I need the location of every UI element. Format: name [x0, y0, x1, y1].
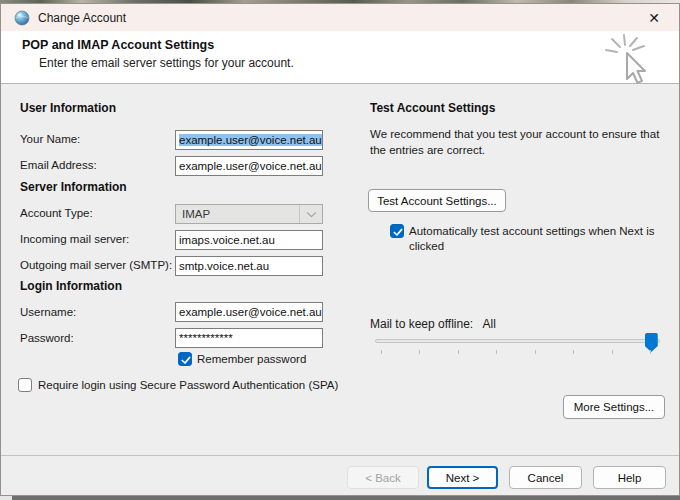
your-name-label: Your Name:	[20, 133, 80, 145]
your-name-input[interactable]: example.user@voice.net.au	[175, 130, 323, 150]
incoming-server-input[interactable]: imaps.voice.net.au	[175, 230, 323, 250]
auto-test-checkbox[interactable]	[390, 224, 404, 238]
mail-offline-label-text: Mail to keep offline:	[370, 317, 473, 331]
close-button[interactable]: ✕	[637, 5, 671, 30]
slider-tick	[650, 350, 651, 354]
outgoing-server-value: smtp.voice.net.au	[179, 260, 269, 272]
password-input[interactable]: ************	[175, 328, 323, 348]
username-value: example.user@voice.net.au	[179, 306, 322, 318]
app-globe-icon	[14, 10, 30, 26]
email-address-label: Email Address:	[20, 159, 97, 171]
email-address-value: example.user@voice.net.au	[179, 160, 322, 172]
mail-offline-label: Mail to keep offline: All	[370, 317, 496, 331]
user-information-heading: User Information	[20, 101, 116, 115]
test-account-heading: Test Account Settings	[370, 101, 495, 115]
incoming-server-label: Incoming mail server:	[20, 233, 129, 245]
window-title: Change Account	[38, 11, 126, 25]
help-button[interactable]: Help	[593, 466, 666, 489]
slider-tick	[496, 350, 497, 354]
next-button-label: Next >	[446, 472, 480, 484]
outgoing-server-label: Outgoing mail server (SMTP):	[20, 259, 172, 271]
username-label: Username:	[20, 306, 76, 318]
email-address-input[interactable]: example.user@voice.net.au	[175, 156, 323, 176]
page-title: POP and IMAP Account Settings	[22, 38, 214, 52]
login-information-heading: Login Information	[20, 279, 122, 293]
chevron-down-icon	[299, 205, 322, 223]
slider-tick	[419, 350, 420, 354]
check-icon	[392, 226, 404, 238]
cancel-button[interactable]: Cancel	[509, 466, 582, 489]
test-account-description: We recommend that you test your account …	[370, 127, 670, 158]
test-account-settings-button-label: Test Account Settings...	[377, 195, 497, 207]
offline-slider-thumb[interactable]	[645, 333, 658, 352]
check-icon	[180, 354, 192, 366]
more-settings-button[interactable]: More Settings...	[563, 395, 665, 419]
slider-track[interactable]	[375, 339, 660, 343]
mouse-click-cursor-icon	[603, 33, 671, 85]
back-button[interactable]: < Back	[347, 466, 419, 489]
more-settings-button-label: More Settings...	[574, 401, 655, 413]
remember-password-label[interactable]: Remember password	[197, 353, 306, 365]
your-name-value: example.user@voice.net.au	[179, 134, 322, 146]
spa-checkbox[interactable]	[18, 378, 32, 392]
account-type-label: Account Type:	[20, 207, 93, 219]
help-button-label: Help	[618, 472, 642, 484]
incoming-server-value: imaps.voice.net.au	[179, 234, 275, 246]
background-window-edge-bottom	[0, 496, 680, 500]
account-type-value: IMAP	[182, 208, 210, 220]
outgoing-server-input[interactable]: smtp.voice.net.au	[175, 256, 323, 276]
account-type-dropdown: IMAP	[175, 204, 323, 224]
spa-label[interactable]: Require login using Secure Password Auth…	[38, 379, 338, 391]
back-button-label: < Back	[365, 472, 400, 484]
mail-offline-slider[interactable]	[375, 333, 660, 355]
footer-button-bar: < Back Next > Cancel Help	[1, 455, 679, 496]
test-account-settings-button[interactable]: Test Account Settings...	[368, 189, 506, 212]
remember-password-checkbox[interactable]	[178, 352, 192, 366]
wizard-header: POP and IMAP Account Settings Enter the …	[1, 31, 679, 84]
slider-tick	[612, 350, 613, 354]
change-account-dialog: Change Account ✕ POP and IMAP Account Se…	[0, 0, 680, 500]
cancel-button-label: Cancel	[528, 472, 564, 484]
title-bar: Change Account ✕	[1, 3, 679, 31]
auto-test-label[interactable]: Automatically test account settings when…	[409, 224, 661, 254]
password-label: Password:	[20, 332, 74, 344]
slider-tick	[381, 350, 382, 354]
slider-tick	[535, 350, 536, 354]
server-information-heading: Server Information	[20, 180, 127, 194]
mail-offline-value: All	[483, 317, 496, 331]
slider-tick	[458, 350, 459, 354]
username-input[interactable]: example.user@voice.net.au	[175, 302, 323, 322]
page-subtitle: Enter the email server settings for your…	[39, 56, 294, 70]
close-icon: ✕	[648, 11, 660, 25]
password-value: ************	[179, 332, 233, 344]
next-button[interactable]: Next >	[427, 466, 498, 489]
slider-tick	[573, 350, 574, 354]
